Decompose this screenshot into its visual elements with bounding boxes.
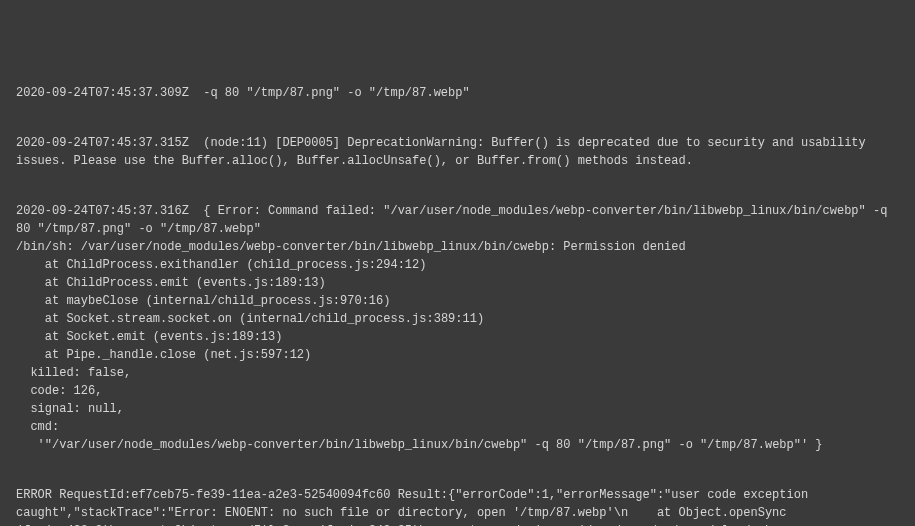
log-entry-deprecation-warning: 2020-09-24T07:45:37.315Z (node:11) [DEP0…	[16, 134, 899, 170]
log-entry-command: 2020-09-24T07:45:37.309Z -q 80 "/tmp/87.…	[16, 84, 899, 102]
log-entry-error-stack: 2020-09-24T07:45:37.316Z { Error: Comman…	[16, 202, 899, 454]
log-entry-request-error: ERROR RequestId:ef7ceb75-fe39-11ea-a2e3-…	[16, 486, 899, 526]
